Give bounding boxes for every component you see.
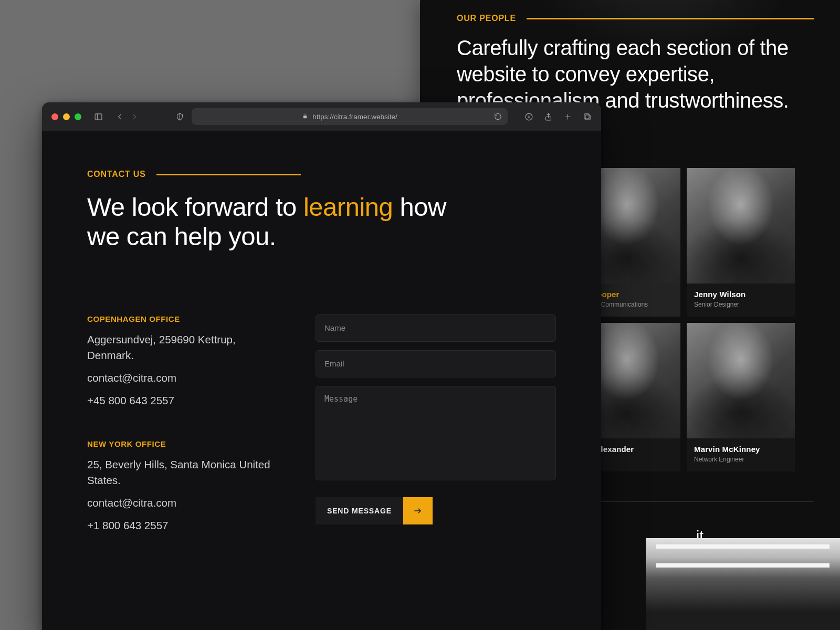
contact-form: SEND MESSAGE (316, 314, 556, 534)
person-role: Network Engineer (694, 456, 788, 463)
office-phone[interactable]: +1 800 643 2557 (87, 518, 279, 534)
media-image (646, 538, 840, 630)
send-message-button[interactable]: SEND MESSAGE (316, 497, 433, 524)
people-eyebrow-row: OUR PEOPLE (457, 14, 814, 23)
send-message-label: SEND MESSAGE (316, 497, 403, 524)
new-tab-icon[interactable] (563, 112, 572, 121)
lock-icon (302, 113, 308, 121)
shield-icon[interactable] (175, 112, 184, 121)
people-grid: ne Cooper eting & Communications Jenny W… (572, 168, 795, 471)
svg-rect-9 (585, 114, 590, 119)
people-eyebrow-line (527, 18, 814, 19)
contact-eyebrow-line (156, 174, 301, 175)
headline-prefix: We look forward to (87, 193, 303, 221)
close-window-icon[interactable] (51, 113, 58, 120)
browser-toolbar: https://citra.framer.website/ (42, 102, 601, 131)
svg-rect-3 (303, 116, 307, 118)
reload-icon[interactable] (494, 112, 502, 121)
headline-accent: learning (303, 193, 393, 221)
page-content: CONTACT US We look forward to learning h… (42, 131, 601, 534)
svg-rect-0 (95, 113, 102, 119)
office-phone[interactable]: +45 800 643 2557 (87, 393, 279, 409)
office-block: NEW YORK OFFICE 25, Beverly Hills, Santa… (87, 439, 279, 534)
maximize-window-icon[interactable] (75, 113, 81, 120)
office-title: COPENHAGEN OFFICE (87, 314, 279, 323)
url-text: https://citra.framer.website/ (312, 113, 397, 121)
contact-eyebrow: CONTACT US (87, 170, 146, 179)
office-email[interactable]: contact@citra.com (87, 370, 279, 386)
message-input[interactable] (316, 386, 556, 480)
svg-rect-10 (584, 113, 589, 118)
person-name: Jenny Wilson (694, 290, 788, 299)
office-address: Aggersundvej, 259690 Kettrup, Denmark. (87, 332, 279, 364)
person-role: Senior Designer (694, 301, 788, 308)
url-bar[interactable]: https://citra.framer.website/ (192, 108, 508, 125)
back-icon[interactable] (116, 112, 124, 121)
minimize-window-icon[interactable] (63, 113, 70, 120)
person-photo (687, 168, 795, 284)
person-photo (687, 323, 795, 438)
sidebar-toggle-icon[interactable] (94, 112, 103, 121)
office-title: NEW YORK OFFICE (87, 439, 279, 448)
arrow-right-icon (403, 497, 433, 524)
office-block: COPENHAGEN OFFICE Aggersundvej, 259690 K… (87, 314, 279, 409)
person-card[interactable]: Jenny Wilson Senior Designer (687, 168, 795, 317)
offices-list: COPENHAGEN OFFICE Aggersundvej, 259690 K… (87, 314, 279, 534)
share-icon[interactable] (544, 112, 553, 121)
person-name: Marvin McKinney (694, 445, 788, 454)
email-input[interactable] (316, 350, 556, 377)
contact-headline: We look forward to learning how we can h… (87, 193, 455, 251)
name-input[interactable] (316, 314, 556, 342)
people-headline: Carefully crafting each section of the w… (457, 35, 814, 113)
contact-eyebrow-row: CONTACT US (87, 170, 556, 179)
tabs-icon[interactable] (583, 112, 592, 121)
browser-window: https://citra.framer.website/ CONTACT US… (42, 102, 601, 630)
traffic-lights (51, 113, 81, 120)
person-card[interactable]: Marvin McKinney Network Engineer (687, 323, 795, 471)
office-email[interactable]: contact@citra.com (87, 495, 279, 511)
office-address: 25, Beverly Hills, Santa Monica United S… (87, 457, 279, 489)
forward-icon[interactable] (130, 112, 139, 121)
people-eyebrow: OUR PEOPLE (457, 14, 516, 23)
download-icon[interactable] (524, 112, 533, 121)
